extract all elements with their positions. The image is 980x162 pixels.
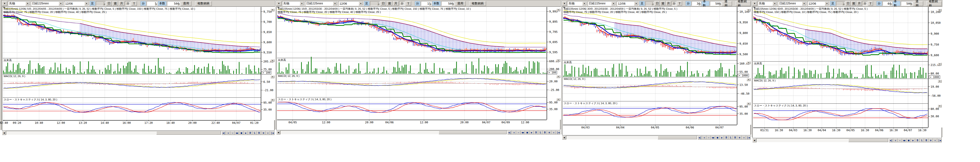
chevron-down-icon[interactable]: ▼ — [582, 2, 587, 5]
window-menu-dropdown[interactable]: ▼ — [2, 1, 7, 6]
chevron-down-icon[interactable]: ▼ — [84, 2, 89, 5]
chart-nav-button-9[interactable]: ⊕ — [261, 131, 266, 135]
scroll-left-button[interactable]: ◀ — [2, 131, 6, 135]
chart-nav-button-9[interactable]: ⊕ — [737, 135, 742, 140]
chart-nav-button-6[interactable]: D — [915, 138, 920, 142]
contract-month-select[interactable]: 12/06 ▼ — [64, 1, 89, 6]
chart-nav-button-0[interactable]: ◀| — [889, 138, 893, 142]
spinner-corner-icon[interactable] — [103, 3, 105, 5]
spinner-corner-icon[interactable] — [377, 3, 379, 5]
chevron-down-icon[interactable]: ▼ — [59, 2, 63, 5]
chart-nav-button-7[interactable]: L — [920, 138, 924, 142]
chevron-down-icon[interactable]: ▼ — [634, 2, 638, 5]
chart-nav-button-7[interactable]: L — [538, 131, 542, 134]
window-menu-dropdown[interactable]: ▼ — [562, 1, 566, 6]
chevron-down-icon[interactable]: ▼ — [611, 2, 616, 5]
pane-collapse-button[interactable]: ▼ — [746, 102, 751, 105]
pane-collapse-button[interactable]: ▼ — [938, 9, 942, 11]
pane-collapse-button[interactable]: ▼ — [746, 78, 751, 81]
pane-collapse-button[interactable]: ▼ — [270, 9, 274, 11]
scrollbar-track[interactable] — [756, 138, 889, 142]
contract-month-select[interactable]: 12/06 ▼ — [807, 1, 829, 6]
pane-collapse-button[interactable]: ▼ — [938, 80, 942, 83]
period-button-1[interactable]: 週 — [851, 1, 856, 6]
chart-nav-button-9[interactable]: ⊕ — [547, 131, 552, 134]
chart-nav-button-5[interactable]: ▶ — [720, 135, 724, 140]
chart-nav-button-3[interactable]: ◀▶ — [711, 135, 715, 140]
pane-collapse-corner-icon[interactable] — [563, 7, 565, 9]
spinner-corner-icon[interactable] — [178, 3, 180, 5]
pane-collapse-button[interactable]: ▼ — [270, 75, 274, 78]
apply-button[interactable]: 適用 — [455, 1, 466, 6]
period-button-3[interactable]: 分 — [399, 1, 405, 6]
symbol-select[interactable]: 日経225mini ▼ — [588, 1, 616, 6]
period-button-2[interactable]: 月 — [393, 1, 399, 6]
pane-collapse-button[interactable]: ▼ — [556, 98, 560, 101]
period-button-4[interactable]: T — [406, 1, 411, 6]
chevron-down-icon[interactable]: ▼ — [825, 2, 829, 5]
apply-button[interactable]: 適用 — [913, 1, 923, 6]
chart-nav-button-4[interactable]: ■ — [525, 131, 530, 134]
chart-nav-button-2[interactable]: － — [231, 131, 235, 135]
chart-nav-button-3[interactable]: ◀▶ — [902, 138, 907, 142]
pane-collapse-button[interactable]: ▼ — [556, 59, 560, 62]
pane-collapse-button[interactable]: ▼ — [270, 99, 274, 101]
chart-nav-button-8[interactable]: B — [733, 135, 737, 140]
chart-nav-button-10[interactable]: ✕ — [552, 131, 556, 134]
scrollbar-track[interactable] — [566, 135, 698, 140]
chart-nav-button-1[interactable]: ＋ — [226, 131, 231, 135]
chart-nav-button-8[interactable]: B — [257, 131, 261, 135]
period-button-0[interactable]: 日 — [380, 1, 386, 6]
period-button-2[interactable]: 月 — [857, 1, 862, 6]
spinner-corner-icon[interactable] — [429, 3, 431, 5]
spinner-corner-icon[interactable] — [719, 3, 721, 5]
chevron-down-icon[interactable]: ▼ — [25, 2, 30, 5]
chart-nav-button-1[interactable]: ＋ — [512, 131, 516, 134]
bar-count-spinner[interactable]: 500 — [901, 1, 913, 6]
chart-nav-button-11[interactable]: |◀ — [556, 131, 560, 134]
chart-nav-button-6[interactable]: D — [534, 131, 538, 134]
window-menu-dropdown[interactable]: ▼ — [752, 1, 757, 6]
minute-value-spinner[interactable]: 60 — [883, 1, 892, 6]
chart-nav-button-9[interactable]: ⊕ — [929, 138, 933, 142]
chart-nav-button-4[interactable]: ■ — [907, 138, 911, 142]
pane-collapse-button[interactable]: ▼ — [556, 9, 560, 11]
period-button-4[interactable]: T — [131, 1, 137, 6]
bar-count-spinner[interactable]: 500 — [441, 1, 454, 6]
scroll-left-button[interactable]: ◀ — [562, 135, 566, 140]
horizontal-scrollbar[interactable]: ◀ ◀|＋－◀▶■▶DLB⊕✕|◀ — [562, 135, 751, 140]
chart-nav-button-3[interactable]: ◀▶ — [520, 131, 525, 134]
spinner-corner-icon[interactable] — [910, 3, 912, 5]
chart-nav-button-5[interactable]: ▶ — [243, 131, 248, 135]
scrollbar-thumb[interactable] — [848, 138, 888, 142]
pane-collapse-button[interactable]: ▼ — [270, 59, 274, 62]
chevron-down-icon[interactable]: ▼ — [300, 2, 304, 5]
period-button-0[interactable]: 日 — [106, 1, 112, 6]
category-select[interactable]: 先物 ▼ — [282, 1, 304, 6]
plot-area[interactable]: 日経225mini 12/06( 15分, 2012/03/30 - 2012/… — [277, 7, 547, 120]
spinner-corner-icon[interactable] — [651, 3, 654, 5]
bar-interval-spinner[interactable]: 1 — [836, 1, 845, 6]
pane-collapse-button[interactable]: ▼ — [556, 75, 560, 78]
spinner-corner-icon[interactable] — [155, 3, 157, 5]
period-button-2[interactable]: 月 — [666, 1, 671, 6]
horizontal-scrollbar[interactable]: ◀ ◀|＋－◀▶■▶DLB⊕✕|◀ — [752, 138, 942, 142]
chart-nav-button-7[interactable]: L — [253, 131, 257, 135]
chart-nav-button-8[interactable]: B — [924, 138, 929, 142]
chart-nav-button-10[interactable]: ✕ — [742, 135, 746, 140]
bar-interval-spinner[interactable]: 1 — [646, 1, 654, 6]
chart-nav-button-2[interactable]: － — [898, 138, 902, 142]
pane-collapse-button[interactable]: ▼ — [746, 9, 751, 11]
spinner-corner-icon[interactable] — [842, 3, 845, 5]
minute-value-spinner[interactable]: 5 — [146, 1, 157, 6]
scroll-left-button[interactable]: ◀ — [752, 138, 756, 142]
symbol-select[interactable]: 日経225mini ▼ — [778, 1, 807, 6]
category-select[interactable]: 先物 ▼ — [567, 1, 587, 6]
period-button-4[interactable]: T — [677, 1, 682, 6]
chart-nav-button-10[interactable]: ✕ — [266, 131, 270, 135]
period-button-1[interactable]: 週 — [113, 1, 118, 6]
chart-nav-button-5[interactable]: ▶ — [911, 138, 915, 142]
period-button-3[interactable]: 分 — [862, 1, 867, 6]
category-select[interactable]: 先物 ▼ — [8, 1, 30, 6]
period-button-4[interactable]: T — [868, 1, 873, 6]
